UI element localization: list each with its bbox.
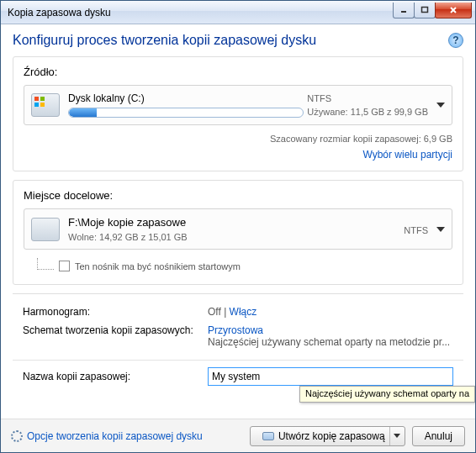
schedule-label: Harmonogram: [23,306,208,318]
backup-name-input[interactable] [208,367,453,386]
schedule-enable-link[interactable]: Włącz [230,306,257,318]
backup-options-link[interactable]: Opcje tworzenia kopii zapasowej dysku [11,430,203,442]
window-buttons [394,3,472,18]
drive-icon [31,218,60,241]
chevron-down-icon[interactable] [436,227,445,232]
schedule-status: Off [208,306,221,318]
source-fs: NTFS [307,93,428,103]
titlebar: Kopia zapasowa dysku [1,1,475,24]
source-title: Źródło: [24,66,452,78]
destination-title: Miejsce docelowe: [24,189,452,202]
cancel-button[interactable]: Anuluj [412,426,465,446]
scheme-link[interactable]: Przyrostowa [208,324,263,336]
drive-icon [31,93,60,117]
destination-disk-card[interactable]: F:\Moje kopie zapasowe Wolne: 14,92 GB z… [24,208,452,250]
footer: Opcje tworzenia kopii zapasowej dysku Ut… [1,419,475,452]
bootable-label: Ten nośnik ma być nośnikiem startowym [75,261,241,271]
page-heading: Konfiguruj proces tworzenia kopii zapaso… [13,33,448,48]
source-usage-bar [68,108,304,118]
multi-partition-link[interactable]: Wybór wielu partycji [362,149,452,161]
destination-panel: Miejsce docelowe: F:\Moje kopie zapasowe… [13,180,463,285]
svg-rect-1 [422,8,428,13]
maximize-button[interactable] [414,3,436,18]
gear-icon [11,430,23,442]
split-arrow-icon[interactable] [389,427,405,445]
source-disk-name: Dysk lokalny (C:) [68,92,307,104]
destination-fs: NTFS [404,225,428,235]
chevron-down-icon[interactable] [436,103,445,108]
backup-window: Kopia zapasowa dysku Konfiguruj proces t… [0,0,476,453]
destination-path: F:\Moje kopie zapasowe [68,216,404,229]
scheme-description: Najczęściej używany schemat oparty na me… [208,336,450,348]
close-button[interactable] [435,3,472,18]
source-usage: Używane: 11,5 GB z 99,9 GB [307,107,428,117]
scheme-label: Schemat tworzenia kopii zapasowych: [23,324,208,348]
bootable-checkbox[interactable] [59,261,70,271]
destination-free: Wolne: 14,92 GB z 15,01 GB [68,232,404,242]
backup-name-label: Nazwa kopii zapasowej: [23,371,208,382]
minimize-button[interactable] [393,3,415,18]
create-backup-button[interactable]: Utwórz kopię zapasową [250,426,405,446]
source-disk-card[interactable]: Dysk lokalny (C:) NTFS Używane: 11,5 GB … [24,85,452,125]
estimate-text: Szacowany rozmiar kopii zapasowej: 6,9 G… [24,134,452,144]
source-panel: Źródło: Dysk lokalny (C:) NTFS Używane: … [13,56,463,171]
tooltip: Najczęściej używany schemat oparty na [299,386,475,403]
help-icon[interactable]: ? [448,33,463,48]
window-title: Kopia zapasowa dysku [8,7,111,18]
backup-icon [262,432,274,440]
tree-connector [37,258,54,270]
